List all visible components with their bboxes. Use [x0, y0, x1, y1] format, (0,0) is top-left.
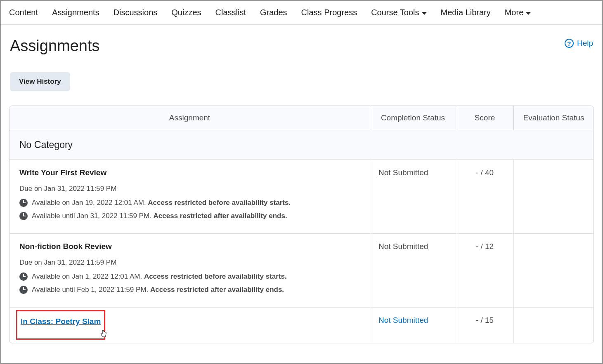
availability-start: Available on Jan 19, 2022 12:01 AM. Acce…: [19, 199, 360, 207]
table-row: Non-fiction Book Review Due on Jan 31, 2…: [9, 234, 594, 308]
th-evaluation: Evaluation Status: [513, 106, 594, 130]
th-score: Score: [456, 106, 513, 130]
completion-status-link[interactable]: Not Submitted: [370, 308, 456, 343]
table-row: Write Your First Review Due on Jan 31, 2…: [9, 160, 594, 234]
availability-end: Available until Feb 1, 2022 11:59 PM. Ac…: [19, 286, 360, 294]
help-label: Help: [577, 39, 593, 48]
completion-status: Not Submitted: [370, 234, 456, 307]
help-icon: ?: [565, 39, 574, 48]
clock-icon: [19, 199, 28, 207]
view-history-button[interactable]: View History: [10, 72, 70, 91]
nav-assignments[interactable]: Assignments: [52, 8, 99, 17]
help-link[interactable]: ? Help: [565, 39, 593, 48]
chevron-down-icon: [526, 12, 531, 15]
cursor-hand-icon: [100, 330, 107, 340]
nav-discussions[interactable]: Discussions: [114, 8, 158, 17]
evaluation-status: [513, 160, 594, 233]
nav-quizzes[interactable]: Quizzes: [171, 8, 201, 17]
nav-media-library[interactable]: Media Library: [441, 8, 491, 17]
assignment-cell: Non-fiction Book Review Due on Jan 31, 2…: [9, 234, 370, 307]
clock-icon: [19, 272, 28, 281]
th-completion: Completion Status: [370, 106, 456, 130]
main-nav: Content Assignments Discussions Quizzes …: [1, 1, 602, 25]
nav-course-tools[interactable]: Course Tools: [371, 8, 426, 17]
due-date: Due on Jan 31, 2022 11:59 PM: [19, 258, 360, 267]
assignments-table: Assignment Completion Status Score Evalu…: [9, 106, 594, 343]
category-row: No Category: [9, 130, 594, 160]
availability-start: Available on Jan 1, 2022 12:01 AM. Acces…: [19, 272, 360, 281]
assignment-link[interactable]: In Class: Poetry Slam: [21, 317, 101, 326]
score-value: - / 15: [456, 308, 513, 343]
chevron-down-icon: [422, 12, 427, 15]
th-assignment: Assignment: [9, 106, 370, 130]
nav-more[interactable]: More: [505, 8, 531, 17]
clock-icon: [19, 212, 28, 220]
nav-class-progress[interactable]: Class Progress: [301, 8, 357, 17]
evaluation-status: [513, 234, 594, 307]
nav-grades[interactable]: Grades: [260, 8, 287, 17]
assignment-title: Write Your First Review: [19, 168, 360, 177]
nav-content[interactable]: Content: [9, 8, 38, 17]
clock-icon: [19, 286, 28, 294]
score-value: - / 40: [456, 160, 513, 233]
page-header: Assignments ? Help: [1, 25, 602, 55]
highlight-annotation: In Class: Poetry Slam: [16, 310, 105, 340]
completion-status: Not Submitted: [370, 160, 456, 233]
table-header-row: Assignment Completion Status Score Evalu…: [9, 106, 594, 130]
evaluation-status: [513, 308, 594, 343]
assignment-cell: Write Your First Review Due on Jan 31, 2…: [9, 160, 370, 233]
table-row: In Class: Poetry Slam Not Submitted - / …: [9, 308, 594, 343]
assignment-title: Non-fiction Book Review: [19, 242, 360, 251]
assignment-cell: In Class: Poetry Slam: [9, 308, 370, 343]
page-title: Assignments: [10, 37, 100, 55]
score-value: - / 12: [456, 234, 513, 307]
due-date: Due on Jan 31, 2022 11:59 PM: [19, 185, 360, 193]
nav-classlist[interactable]: Classlist: [215, 8, 246, 17]
availability-end: Available until Jan 31, 2022 11:59 PM. A…: [19, 212, 360, 220]
